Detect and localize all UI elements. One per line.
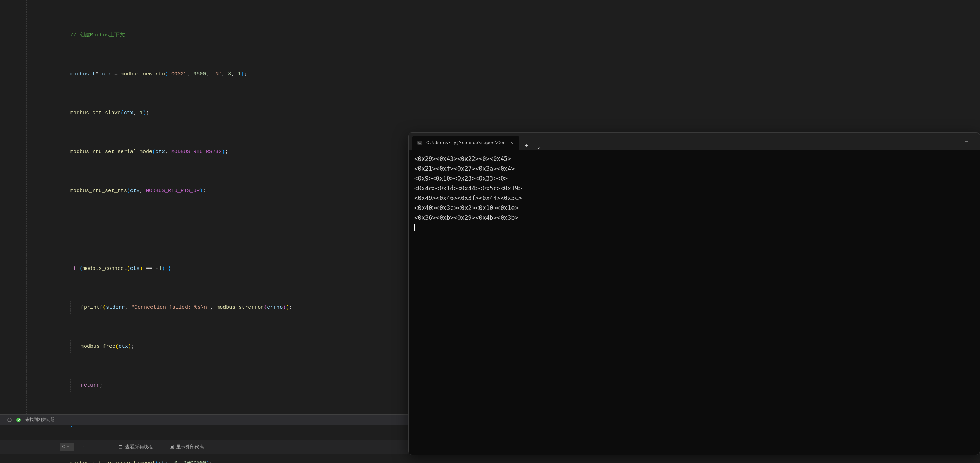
terminal-line: <0x29><0x43><0x22><0><0x45> [414,155,511,162]
nav-forward-button[interactable]: → [95,444,102,449]
code-text: modbus_rtu_set_serial_mode(ctx, MODBUS_R… [70,146,228,159]
minimize-button[interactable] [957,135,976,148]
status-problems-text: 未找到相关问题 [25,417,55,423]
code-text: return; [81,379,103,392]
tab-dropdown-button[interactable] [533,146,544,150]
svg-rect-4 [119,446,123,446]
terminal-line: <0x36><0xb><0x29><0x4b><0x3b> [414,214,519,221]
terminal-line: <0x4c><0x1d><0x44><0x5c><0x19> [414,185,522,192]
cmd-icon [417,140,423,146]
diagnostics-icon[interactable] [7,417,12,422]
terminal-cursor [414,224,415,232]
svg-point-0 [8,418,11,422]
code-text: modbus_t* ctx = modbus_new_rtu("COM2", 9… [70,68,247,81]
svg-rect-6 [119,448,123,449]
terminal-window[interactable]: C:\Users\lyj\source\repos\Con ✕ + <0x29>… [408,133,980,455]
view-threads-button[interactable]: 查看所有线程 [118,444,153,450]
editor-gutter [0,0,38,414]
code-text: modbus_set_response_timeout(ctx, 0, 1000… [70,457,212,463]
terminal-tab[interactable]: C:\Users\lyj\source\repos\Con ✕ [412,136,519,150]
code-text: fprintf(stderr, "Connection failed: %s\n… [81,301,292,314]
search-input[interactable]: ▾ [60,443,74,451]
new-tab-button[interactable]: + [519,143,533,150]
svg-rect-5 [119,447,123,447]
svg-rect-8 [171,446,173,447]
close-tab-button[interactable]: ✕ [509,140,515,146]
code-comment: // 创建Modbus上下文 [70,29,125,42]
nav-back-button[interactable]: ← [81,444,88,449]
code-text: modbus_free(ctx); [81,340,134,353]
terminal-line: <0x21><0xf><0x27><0x3a><0x4> [414,165,515,172]
terminal-line: <0x40><0x3c><0x2><0x10><0x1e> [414,205,519,211]
check-icon [16,417,21,422]
svg-point-2 [63,445,65,447]
svg-rect-7 [170,445,173,449]
terminal-line: <0x49><0x46><0x3f><0x44><0x5c> [414,195,522,201]
svg-rect-10 [417,141,422,145]
terminal-tab-title: C:\Users\lyj\source\repos\Con [426,140,506,146]
terminal-line: <0x9><0x10><0x23><0x33><0> [414,175,508,182]
terminal-titlebar[interactable]: C:\Users\lyj\source\repos\Con ✕ + [409,133,980,150]
show-external-code-button[interactable]: 显示外部代码 [169,444,204,450]
code-text: modbus_set_slave(ctx, 1); [70,106,149,119]
code-text: if (modbus_connect(ctx) == -1) { [70,262,171,275]
terminal-output[interactable]: <0x29><0x43><0x22><0><0x45> <0x21><0xf><… [409,150,980,236]
svg-line-3 [65,447,66,449]
code-text: modbus_rtu_set_rts(ctx, MODBUS_RTU_RTS_U… [70,184,206,197]
